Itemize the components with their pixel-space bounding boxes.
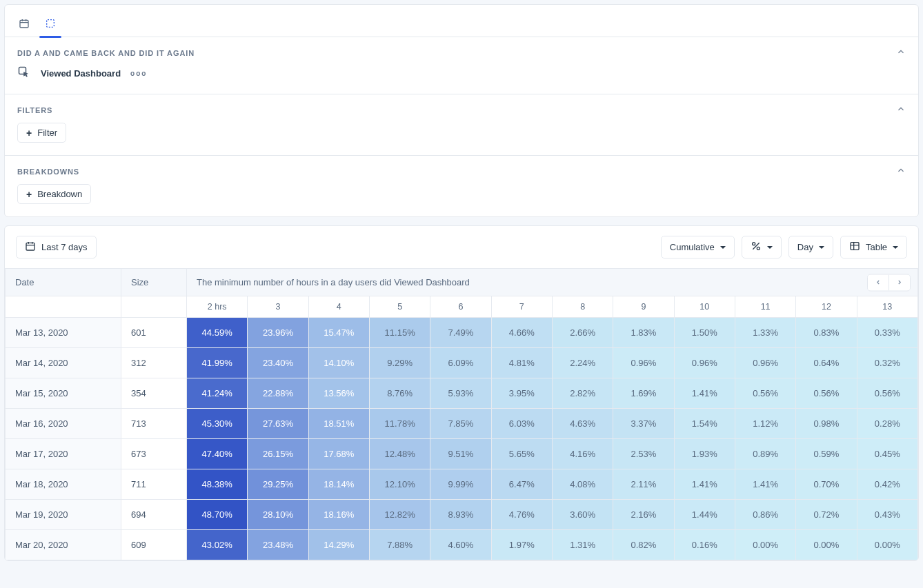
granularity-select[interactable]: Day: [788, 236, 833, 258]
cell-value[interactable]: 1.93%: [674, 439, 735, 469]
cell-value[interactable]: 4.60%: [430, 530, 491, 560]
cell-value[interactable]: 4.16%: [552, 439, 613, 469]
cell-value[interactable]: 1.31%: [552, 530, 613, 560]
cell-value[interactable]: 6.47%: [491, 469, 552, 500]
cell-value[interactable]: 0.42%: [857, 469, 917, 500]
cell-value[interactable]: 0.32%: [857, 348, 917, 378]
cell-value[interactable]: 0.28%: [857, 409, 917, 439]
cell-value[interactable]: 0.56%: [796, 378, 857, 409]
cell-value[interactable]: 0.83%: [796, 318, 857, 348]
cell-value[interactable]: 9.29%: [369, 348, 430, 378]
cell-value[interactable]: 2.53%: [613, 439, 674, 469]
cell-value[interactable]: 0.70%: [796, 469, 857, 500]
add-breakdown-button[interactable]: + Breakdown: [17, 184, 91, 204]
cell-value[interactable]: 1.41%: [674, 469, 735, 500]
cell-value[interactable]: 6.03%: [491, 409, 552, 439]
mode-select[interactable]: Cumulative: [661, 236, 735, 258]
cell-value[interactable]: 4.81%: [491, 348, 552, 378]
cell-value[interactable]: 0.59%: [796, 439, 857, 469]
cell-value[interactable]: 0.96%: [674, 348, 735, 378]
cell-value[interactable]: 14.29%: [308, 530, 369, 560]
pager-next[interactable]: [889, 274, 910, 290]
cell-value[interactable]: 4.66%: [491, 318, 552, 348]
cell-value[interactable]: 1.97%: [491, 530, 552, 560]
cell-value[interactable]: 23.48%: [248, 530, 308, 560]
cell-value[interactable]: 1.54%: [674, 409, 735, 439]
cell-value[interactable]: 9.99%: [430, 469, 491, 500]
cell-value[interactable]: 48.38%: [187, 469, 248, 500]
chevron-up-icon[interactable]: [896, 47, 906, 59]
cell-value[interactable]: 1.41%: [674, 378, 735, 409]
cell-value[interactable]: 7.85%: [430, 409, 491, 439]
cell-value[interactable]: 44.59%: [187, 318, 248, 348]
cell-value[interactable]: 41.99%: [187, 348, 248, 378]
cell-value[interactable]: 48.70%: [187, 500, 248, 530]
cell-value[interactable]: 0.43%: [857, 500, 917, 530]
cell-value[interactable]: 41.24%: [187, 378, 248, 409]
cell-value[interactable]: 1.50%: [674, 318, 735, 348]
cell-value[interactable]: 0.96%: [613, 348, 674, 378]
cell-value[interactable]: 47.40%: [187, 439, 248, 469]
cell-value[interactable]: 7.88%: [369, 530, 430, 560]
cell-value[interactable]: 13.56%: [308, 378, 369, 409]
cell-value[interactable]: 0.00%: [796, 530, 857, 560]
cell-value[interactable]: 23.40%: [248, 348, 308, 378]
cell-value[interactable]: 2.82%: [552, 378, 613, 409]
cell-value[interactable]: 2.11%: [613, 469, 674, 500]
view-select[interactable]: Table: [840, 236, 907, 258]
cell-value[interactable]: 0.00%: [857, 530, 917, 560]
cell-value[interactable]: 18.14%: [308, 469, 369, 500]
cell-value[interactable]: 1.44%: [674, 500, 735, 530]
cell-value[interactable]: 5.93%: [430, 378, 491, 409]
cell-value[interactable]: 1.83%: [613, 318, 674, 348]
add-filter-button[interactable]: + Filter: [17, 123, 66, 143]
date-range-button[interactable]: Last 7 days: [16, 236, 97, 258]
cell-value[interactable]: 11.78%: [369, 409, 430, 439]
pager-prev[interactable]: [868, 274, 889, 290]
cell-value[interactable]: 28.10%: [248, 500, 308, 530]
cell-value[interactable]: 0.72%: [796, 500, 857, 530]
tab-calendar[interactable]: [17, 17, 31, 31]
cell-value[interactable]: 6.09%: [430, 348, 491, 378]
cell-value[interactable]: 0.33%: [857, 318, 917, 348]
cell-value[interactable]: 0.16%: [674, 530, 735, 560]
cell-value[interactable]: 2.24%: [552, 348, 613, 378]
cell-value[interactable]: 2.66%: [552, 318, 613, 348]
cell-value[interactable]: 1.69%: [613, 378, 674, 409]
cell-value[interactable]: 5.65%: [491, 439, 552, 469]
cell-value[interactable]: 12.10%: [369, 469, 430, 500]
cell-value[interactable]: 15.47%: [308, 318, 369, 348]
cell-value[interactable]: 0.56%: [857, 378, 917, 409]
cell-value[interactable]: 22.88%: [248, 378, 308, 409]
chevron-up-icon[interactable]: [896, 165, 906, 177]
cell-value[interactable]: 43.02%: [187, 530, 248, 560]
cell-value[interactable]: 26.15%: [248, 439, 308, 469]
cell-value[interactable]: 4.76%: [491, 500, 552, 530]
cell-value[interactable]: 0.64%: [796, 348, 857, 378]
cell-value[interactable]: 2.16%: [613, 500, 674, 530]
cell-value[interactable]: 17.68%: [308, 439, 369, 469]
cell-value[interactable]: 18.16%: [308, 500, 369, 530]
cell-value[interactable]: 12.48%: [369, 439, 430, 469]
cell-value[interactable]: 4.63%: [552, 409, 613, 439]
cell-value[interactable]: 0.96%: [735, 348, 795, 378]
cell-value[interactable]: 0.86%: [735, 500, 795, 530]
cell-value[interactable]: 11.15%: [369, 318, 430, 348]
cell-value[interactable]: 0.00%: [735, 530, 795, 560]
cell-value[interactable]: 9.51%: [430, 439, 491, 469]
cell-value[interactable]: 3.95%: [491, 378, 552, 409]
percent-select[interactable]: [742, 236, 782, 258]
cell-value[interactable]: 0.45%: [857, 439, 917, 469]
cell-value[interactable]: 1.33%: [735, 318, 795, 348]
tab-selection[interactable]: [43, 17, 57, 31]
cell-value[interactable]: 8.93%: [430, 500, 491, 530]
cell-value[interactable]: 23.96%: [248, 318, 308, 348]
cell-value[interactable]: 0.82%: [613, 530, 674, 560]
cell-value[interactable]: 8.76%: [369, 378, 430, 409]
cell-value[interactable]: 4.08%: [552, 469, 613, 500]
cell-value[interactable]: 0.89%: [735, 439, 795, 469]
cell-value[interactable]: 12.82%: [369, 500, 430, 530]
cell-value[interactable]: 0.56%: [735, 378, 795, 409]
more-icon[interactable]: ooo: [130, 70, 147, 77]
cell-value[interactable]: 7.49%: [430, 318, 491, 348]
